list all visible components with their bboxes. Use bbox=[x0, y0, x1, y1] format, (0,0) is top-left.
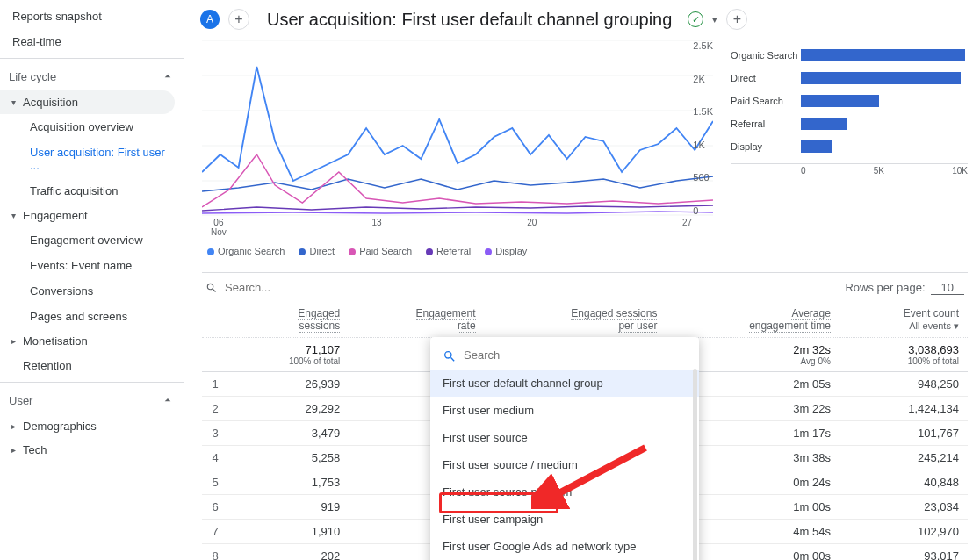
sidebar-group-label: Engagement bbox=[23, 209, 88, 222]
avatar[interactable]: A bbox=[200, 10, 220, 29]
sidebar-group-acquisition[interactable]: ▾ Acquisition bbox=[0, 90, 175, 114]
bar-row: Display bbox=[731, 140, 968, 153]
bar-label: Direct bbox=[731, 73, 801, 83]
table-search-input[interactable] bbox=[223, 280, 399, 295]
dropdown-item[interactable]: First user source platform bbox=[430, 478, 699, 506]
dropdown-search-input[interactable] bbox=[462, 348, 687, 363]
page-title: User acquisition: First user default cha… bbox=[267, 10, 672, 30]
bar-chart: Organic SearchDirectPaid SearchReferralD… bbox=[731, 40, 968, 263]
sidebar-item-engagement-overview[interactable]: Engagement overview bbox=[0, 227, 184, 253]
sidebar-group-label: Tech bbox=[23, 443, 47, 456]
chevron-right-icon: ▸ bbox=[9, 336, 18, 346]
bar-row: Organic Search bbox=[731, 49, 968, 61]
col-avg-engagement-time[interactable]: Averageengagement time bbox=[666, 302, 839, 338]
verified-icon[interactable]: ✓ bbox=[688, 11, 703, 27]
sidebar-item-retention[interactable]: Retention bbox=[0, 353, 184, 378]
chevron-down-icon[interactable]: ▾ bbox=[712, 14, 717, 25]
chevron-up-icon bbox=[161, 393, 175, 407]
search-icon bbox=[205, 282, 218, 294]
dropdown-item[interactable]: First user default channel group bbox=[430, 370, 699, 397]
sidebar-section-label: User bbox=[9, 394, 32, 407]
sidebar-group-engagement[interactable]: ▾ Engagement bbox=[0, 204, 184, 227]
dropdown-item[interactable]: First user Google Ads ad network type bbox=[430, 533, 699, 560]
sidebar-group-label: Monetisation bbox=[23, 334, 88, 348]
y-axis-ticks: 2.5K2K 1.5K1K 5000 bbox=[689, 40, 713, 216]
line-chart: 2.5K2K 1.5K1K 5000 06Nov 13 20 27 Organi… bbox=[202, 40, 713, 263]
chevron-right-icon: ▸ bbox=[9, 445, 18, 455]
main-content: A + User acquisition: First user default… bbox=[184, 0, 980, 560]
dropdown-item[interactable]: First user campaign bbox=[430, 506, 699, 533]
sidebar-group-label: Acquisition bbox=[23, 96, 78, 109]
bar-label: Organic Search bbox=[731, 50, 801, 61]
bar-label: Display bbox=[731, 141, 801, 152]
x-axis-ticks: 06Nov 13 20 27 bbox=[202, 216, 713, 237]
dimension-dropdown: First user default channel groupFirst us… bbox=[430, 337, 699, 560]
bar-axis-ticks: 0 5K 10K bbox=[731, 163, 968, 176]
sidebar: Reports snapshot Real-time Life cycle ▾ … bbox=[0, 0, 184, 560]
rows-per-page-select[interactable]: 10 bbox=[931, 281, 964, 295]
bar-label: Referral bbox=[731, 118, 801, 129]
plus-icon: + bbox=[234, 11, 242, 27]
sidebar-item-conversions[interactable]: Conversions bbox=[0, 278, 184, 304]
chevron-down-icon: ▾ bbox=[954, 320, 959, 331]
sidebar-item-traffic-acquisition[interactable]: Traffic acquisition bbox=[0, 178, 184, 204]
dropdown-item[interactable]: First user source bbox=[430, 424, 699, 451]
sidebar-group-label: Demographics bbox=[23, 420, 97, 433]
sidebar-item-reports-snapshot[interactable]: Reports snapshot bbox=[0, 4, 184, 29]
sidebar-section-label: Life cycle bbox=[9, 70, 56, 83]
sidebar-item-user-acquisition[interactable]: User acquisition: First user ... bbox=[0, 140, 184, 178]
dropdown-item[interactable]: First user medium bbox=[430, 397, 699, 424]
chevron-right-icon: ▸ bbox=[9, 421, 18, 431]
bar-label: Paid Search bbox=[731, 96, 801, 106]
plus-icon: + bbox=[733, 11, 741, 27]
table-search[interactable] bbox=[205, 280, 845, 295]
bar-row: Direct bbox=[731, 72, 968, 84]
page-header: A + User acquisition: First user default… bbox=[184, 0, 980, 35]
sidebar-item-real-time[interactable]: Real-time bbox=[0, 29, 184, 54]
dropdown-scrollbar[interactable] bbox=[693, 369, 697, 560]
col-sessions-per-user[interactable]: Engaged sessionsper user bbox=[485, 302, 667, 338]
chevron-down-icon: ▾ bbox=[9, 211, 18, 220]
sidebar-section-user[interactable]: User bbox=[0, 386, 184, 414]
bar-row: Referral bbox=[731, 118, 968, 130]
sidebar-item-pages-screens[interactable]: Pages and screens bbox=[0, 304, 184, 329]
rows-per-page-label: Rows per page: bbox=[845, 281, 925, 294]
add-comparison-button[interactable]: + bbox=[726, 9, 747, 30]
bar-row: Paid Search bbox=[731, 95, 968, 107]
chevron-up-icon bbox=[161, 69, 175, 83]
sidebar-group-demographics[interactable]: ▸ Demographics bbox=[0, 414, 184, 438]
sidebar-section-life-cycle[interactable]: Life cycle bbox=[0, 62, 184, 90]
sidebar-group-tech[interactable]: ▸ Tech bbox=[0, 438, 184, 462]
add-button[interactable]: + bbox=[228, 9, 249, 30]
sidebar-item-events[interactable]: Events: Event name bbox=[0, 253, 184, 278]
search-icon bbox=[443, 349, 455, 362]
col-engagement-rate[interactable]: Engagementrate bbox=[349, 302, 484, 338]
chart-legend: Organic Search Direct Paid Search Referr… bbox=[202, 237, 713, 263]
sidebar-item-acquisition-overview[interactable]: Acquisition overview bbox=[0, 114, 184, 140]
col-engaged-sessions[interactable]: Engagedsessions bbox=[228, 302, 349, 338]
dropdown-item[interactable]: First user source / medium bbox=[430, 451, 699, 478]
sidebar-group-monetisation[interactable]: ▸ Monetisation bbox=[0, 329, 184, 353]
chevron-down-icon: ▾ bbox=[9, 97, 18, 107]
col-event-count[interactable]: Event countAll events ▾ bbox=[839, 302, 968, 338]
dropdown-search[interactable] bbox=[430, 342, 699, 370]
